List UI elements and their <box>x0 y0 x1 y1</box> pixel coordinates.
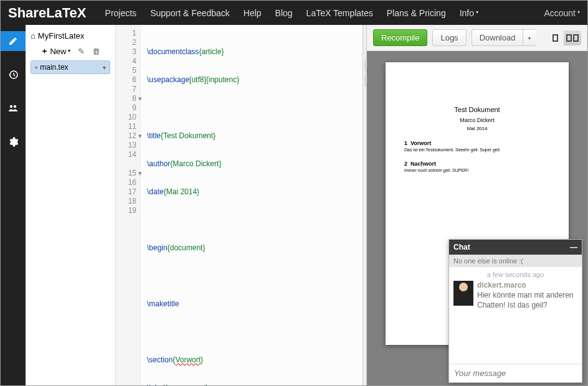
rail-settings-button[interactable] <box>1 132 26 152</box>
download-caret[interactable]: ▾ <box>523 29 536 46</box>
code-editor[interactable]: 1234567 8▾ 91011 12▾ 1314 15▾ 16171819 \… <box>116 25 363 385</box>
brand-logo[interactable]: ShareLaTeX <box>8 5 87 21</box>
svg-point-2 <box>14 105 16 108</box>
caret-down-icon: ▾ <box>68 48 70 54</box>
home-icon: ⌂ <box>31 31 36 40</box>
nav-plans[interactable]: Plans & Pricing <box>387 8 446 18</box>
chat-status: No one else is online :( <box>449 255 582 267</box>
rename-button[interactable]: ✎ <box>78 47 85 56</box>
nav-templates[interactable]: LaTeX Templates <box>306 8 373 18</box>
chat-timestamp: a few seconds ago <box>453 271 577 278</box>
nav-info[interactable]: Info▾ <box>460 8 478 18</box>
rail-edit-button[interactable] <box>1 31 26 51</box>
chat-panel: Chat — No one else is online :( a few se… <box>448 239 582 383</box>
rail-history-button[interactable] <box>1 65 26 85</box>
nav-account[interactable]: Account▾ <box>544 8 580 18</box>
avatar <box>453 281 473 306</box>
pencil-icon <box>8 36 18 46</box>
people-icon <box>8 103 18 113</box>
logs-button[interactable]: Logs <box>432 29 466 46</box>
chat-message-text: Hier könnte man mit anderen Chatten! Ist… <box>477 291 577 310</box>
file-item-main[interactable]: ▫ main.tex ▾ <box>31 60 110 74</box>
doc-title: Test Dokument <box>404 106 550 113</box>
nav-blog[interactable]: Blog <box>275 8 293 18</box>
chat-title: Chat <box>453 243 470 252</box>
project-root[interactable]: ⌂ MyFirstLatex <box>26 29 115 43</box>
download-button[interactable]: Download ▾ <box>472 29 536 46</box>
chat-input[interactable] <box>449 364 582 382</box>
new-file-button[interactable]: ＋New▾ <box>40 45 70 57</box>
caret-down-icon: ▾ <box>476 9 478 15</box>
gear-icon <box>8 137 18 147</box>
nav-help[interactable]: Help <box>244 8 262 18</box>
file-icon: ▫ <box>35 63 37 72</box>
caret-down-icon: ▾ <box>577 9 580 15</box>
doc-date: Mai 2014 <box>404 126 550 131</box>
project-name-label: MyFirstLatex <box>38 31 84 40</box>
recompile-button[interactable]: Recompile <box>373 29 427 46</box>
doc-author: Marco Dickert <box>404 117 550 123</box>
chat-minimize-button[interactable]: — <box>570 243 577 252</box>
svg-point-1 <box>10 105 12 108</box>
chevron-down-icon: ▾ <box>103 64 106 71</box>
chat-username: dickert.marco <box>477 281 577 290</box>
rail-share-button[interactable] <box>1 98 26 118</box>
file-label: main.tex <box>40 63 68 72</box>
delete-button[interactable]: 🗑 <box>92 47 100 56</box>
nav-support[interactable]: Support & Feedback <box>150 8 230 18</box>
layout-split-button[interactable] <box>564 31 581 45</box>
nav-projects[interactable]: Projects <box>105 8 137 18</box>
history-icon <box>8 70 18 80</box>
layout-single-button[interactable] <box>546 31 564 45</box>
